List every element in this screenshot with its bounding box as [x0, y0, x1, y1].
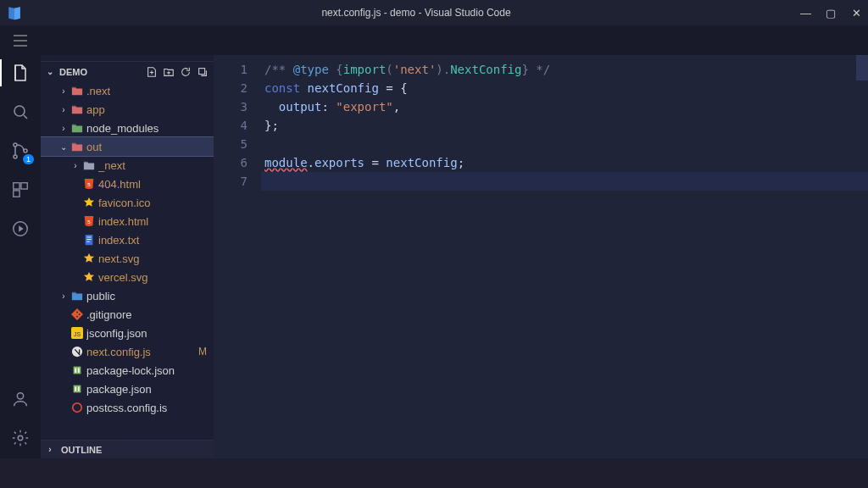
- tab-label: next.config.js: [246, 34, 310, 47]
- file-row-postcss-config-is[interactable]: postcss.config.is: [41, 398, 214, 417]
- file-row-404-html[interactable]: 5404.html: [41, 175, 214, 193]
- editor-group: next.config.js M ✕ ••• 1234567 /** @type…: [214, 25, 868, 458]
- code-line[interactable]: [264, 172, 868, 191]
- collapse-all-button[interactable]: [197, 66, 209, 78]
- workspace-header[interactable]: ⌄ DEMO: [41, 61, 214, 81]
- code-line[interactable]: const nextConfig = {: [264, 79, 868, 97]
- svg-icon: [81, 252, 97, 264]
- code-editor[interactable]: 1234567 /** @type {import('next').NextCo…: [214, 55, 868, 458]
- line-number: 4: [214, 116, 248, 135]
- window-maximize-button[interactable]: ▢: [826, 7, 836, 19]
- folder-red-icon: [70, 85, 85, 97]
- svg-point-0: [14, 106, 25, 116]
- svg-point-2: [14, 155, 17, 158]
- explorer-title: EXPLORER: [54, 42, 108, 52]
- file-row-jsconfig-json[interactable]: JSjsconfig.json: [41, 324, 214, 342]
- activity-source-control[interactable]: 1: [8, 139, 32, 163]
- tab-next-config[interactable]: next.config.js M ✕: [214, 25, 354, 55]
- code-line[interactable]: output: "export",: [264, 97, 868, 116]
- svg-rect-5: [21, 183, 27, 189]
- code-line[interactable]: };: [264, 116, 868, 135]
- tree-item-label: node_modules: [86, 122, 214, 135]
- new-file-button[interactable]: [146, 66, 158, 78]
- svg-point-20: [73, 403, 82, 413]
- file-row-favicon-ico[interactable]: favicon.ico: [41, 193, 214, 212]
- chevron-right-icon: ›: [44, 445, 56, 454]
- workspace-name: DEMO: [59, 67, 87, 77]
- window-title: next.config.js - demo - Visual Studio Co…: [32, 7, 800, 19]
- window-close-button[interactable]: ✕: [851, 7, 861, 19]
- spacer: [70, 254, 81, 263]
- code-line[interactable]: [264, 135, 868, 153]
- line-number: 1: [214, 60, 248, 79]
- chevron-right-icon: ›: [70, 161, 81, 170]
- folder-row-app[interactable]: ›app: [41, 100, 214, 119]
- file-row-package-json[interactable]: package.json: [41, 380, 214, 398]
- tree-item-label: .gitignore: [86, 308, 214, 321]
- modified-badge: M: [198, 346, 214, 358]
- folder-row-node-modules[interactable]: ›node_modules: [41, 119, 214, 137]
- chevron-right-icon: ›: [58, 86, 70, 96]
- next-icon: [70, 346, 85, 358]
- file-row-next-config-js[interactable]: next.config.jsM: [41, 342, 214, 361]
- refresh-button[interactable]: [180, 66, 192, 78]
- window-minimize-button[interactable]: —: [800, 7, 810, 19]
- folder-gray-icon: [81, 159, 97, 171]
- tree-item-label: app: [86, 103, 214, 116]
- tree-item-label: postcss.config.is: [86, 402, 214, 414]
- outline-section[interactable]: › OUTLINE: [41, 440, 214, 458]
- spacer: [58, 329, 70, 338]
- tree-item-label: favicon.ico: [98, 197, 214, 209]
- file-row-package-lock-json[interactable]: package-lock.json: [41, 361, 214, 380]
- folder-row-out[interactable]: ⌄out: [41, 137, 214, 156]
- tree-item-label: .next: [86, 85, 214, 97]
- file-row-index-html[interactable]: 5index.html: [41, 212, 214, 230]
- git-icon: [70, 308, 85, 320]
- activity-extensions[interactable]: [8, 178, 32, 202]
- code-content[interactable]: /** @type {import('next').NextConfig} */…: [261, 55, 868, 458]
- split-editor-button[interactable]: [815, 34, 829, 47]
- chevron-down-icon: ⌄: [58, 142, 70, 152]
- txt-icon: [81, 234, 97, 246]
- star-icon: [81, 197, 97, 208]
- folder-row--next[interactable]: ›.next: [41, 81, 214, 100]
- folder-row-public[interactable]: ›public: [41, 286, 214, 305]
- svg-point-9: [18, 435, 23, 441]
- sidebar: EXPLORER ••• ⌄ DEMO ›.next›app›node_modu…: [41, 25, 214, 458]
- spacer: [58, 310, 70, 319]
- activity-bar: 1: [0, 25, 41, 458]
- activity-explorer[interactable]: [8, 61, 32, 85]
- svg-text:JS: JS: [74, 331, 81, 337]
- svg-rect-15: [86, 239, 91, 240]
- activity-settings[interactable]: [8, 426, 32, 450]
- tab-close-button[interactable]: ✕: [336, 34, 345, 47]
- new-folder-button[interactable]: [163, 66, 175, 78]
- tree-item-label: out: [86, 141, 214, 153]
- spacer: [58, 347, 70, 357]
- activity-account[interactable]: [8, 387, 32, 411]
- tree-item-label: package-lock.json: [86, 364, 214, 377]
- spacer: [70, 236, 81, 245]
- scm-badge: 1: [23, 154, 34, 164]
- file-row-next-svg[interactable]: next.svg: [41, 249, 214, 268]
- compare-changes-button[interactable]: [790, 34, 804, 47]
- activity-search[interactable]: [8, 100, 32, 124]
- file-row-index-txt[interactable]: index.txt: [41, 230, 214, 249]
- spacer: [58, 366, 70, 375]
- folder-row--next[interactable]: ›_next: [41, 156, 214, 175]
- chevron-right-icon: ›: [58, 105, 70, 114]
- code-line[interactable]: module.exports = nextConfig;: [264, 153, 868, 172]
- spacer: [58, 403, 70, 413]
- tree-item-label: index.txt: [98, 234, 214, 247]
- svg-icon: [81, 271, 97, 283]
- tree-item-label: jsconfig.json: [86, 327, 214, 340]
- editor-more-button[interactable]: •••: [841, 34, 858, 47]
- title-bar: next.config.js - demo - Visual Studio Co…: [0, 0, 868, 25]
- file-row--gitignore[interactable]: .gitignore: [41, 305, 214, 324]
- activity-run[interactable]: [8, 217, 32, 241]
- code-line[interactable]: /** @type {import('next').NextConfig} */: [264, 60, 868, 79]
- explorer-more-button[interactable]: •••: [186, 40, 203, 53]
- postcss-icon: [70, 402, 85, 413]
- spacer: [58, 385, 70, 394]
- file-row-vercel-svg[interactable]: vercel.svg: [41, 268, 214, 286]
